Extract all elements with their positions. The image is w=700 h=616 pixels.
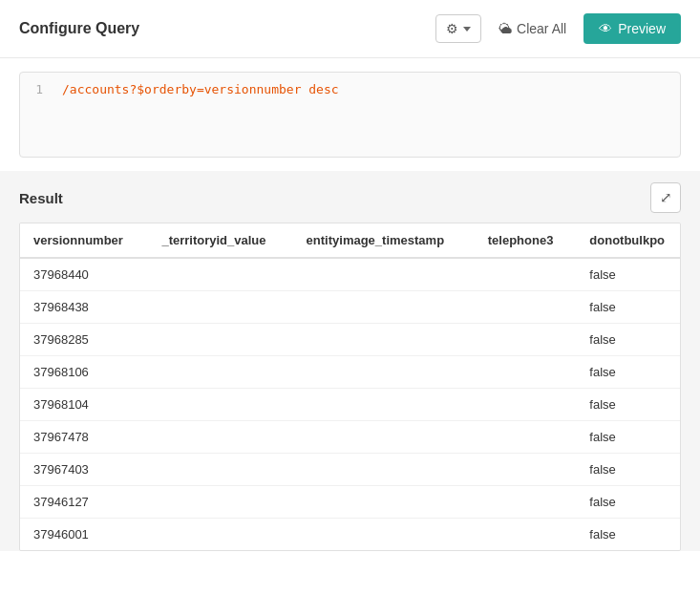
table-cell-telephone3 [475, 291, 577, 324]
table-cell-donotbulkpo: false [576, 291, 681, 324]
table-cell-telephone3 [475, 519, 577, 551]
table-row: 37946127false [20, 486, 681, 519]
expand-button[interactable]: ⤢ [650, 182, 681, 213]
table-cell-versionnumber: 37968106 [20, 356, 148, 389]
table-header: versionnumber _territoryid_value entityi… [20, 223, 681, 258]
table-cell-donotbulkpo: false [576, 486, 681, 519]
table-row: 37946001false [20, 519, 681, 551]
table-cell-donotbulkpo: false [576, 356, 681, 389]
table-cell-telephone3 [475, 421, 577, 454]
table-cell-donotbulkpo: false [576, 258, 681, 291]
table-cell-entityimage_timestamp [293, 356, 475, 389]
table-cell-entityimage_timestamp [293, 519, 475, 551]
table-cell-versionnumber: 37968440 [20, 258, 148, 291]
table-cell-telephone3 [475, 324, 577, 356]
table-cell-entityimage_timestamp [293, 421, 475, 454]
table-cell-donotbulkpo: false [576, 389, 681, 421]
table-cell-_territoryid_value [148, 519, 292, 551]
table-cell-telephone3 [475, 356, 577, 389]
table-cell-entityimage_timestamp [293, 291, 475, 324]
table-cell-_territoryid_value [148, 486, 292, 519]
clear-all-button[interactable]: 🌥 Clear All [491, 15, 574, 42]
table-cell-telephone3 [475, 454, 577, 486]
table-row: 37968285false [20, 324, 681, 356]
table-row: 37967403false [20, 454, 681, 486]
table-cell-entityimage_timestamp [293, 258, 475, 291]
eye-icon: 👁 [599, 21, 612, 36]
table-cell-telephone3 [475, 258, 577, 291]
table-cell-versionnumber: 37968438 [20, 291, 148, 324]
result-table-wrapper: versionnumber _territoryid_value entityi… [19, 223, 681, 551]
table-cell-telephone3 [475, 486, 577, 519]
header: Configure Query ⚙ 🌥 Clear All 👁 Preview [0, 0, 700, 58]
preview-button[interactable]: 👁 Preview [583, 13, 681, 44]
query-text: /accounts?$orderby=versionnumber desc [54, 82, 347, 147]
line-number: 1 [20, 82, 54, 147]
table-cell-entityimage_timestamp [293, 389, 475, 421]
table-cell-donotbulkpo: false [576, 519, 681, 551]
result-section: Result ⤢ versionnumber _territoryid_valu… [0, 171, 700, 551]
col-entityimage-timestamp: entityimage_timestamp [293, 223, 475, 258]
table-cell-donotbulkpo: false [576, 454, 681, 486]
table-cell-telephone3 [475, 389, 577, 421]
table-cell-versionnumber: 37946001 [20, 519, 148, 551]
table-body: 37968440false37968438false37968285false3… [20, 258, 681, 550]
col-territoryid-value: _territoryid_value [148, 223, 292, 258]
table-cell-_territoryid_value [148, 356, 292, 389]
cloud-icon: 🌥 [498, 21, 512, 36]
table-cell-versionnumber: 37968285 [20, 324, 148, 356]
table-cell-entityimage_timestamp [293, 454, 475, 486]
table-cell-versionnumber: 37967403 [20, 454, 148, 486]
chevron-down-icon [463, 27, 471, 32]
table-cell-_territoryid_value [148, 389, 292, 421]
col-telephone3: telephone3 [475, 223, 577, 258]
table-cell-_territoryid_value [148, 291, 292, 324]
result-header: Result ⤢ [19, 182, 681, 213]
table-cell-_territoryid_value [148, 421, 292, 454]
table-cell-entityimage_timestamp [293, 486, 475, 519]
expand-icon: ⤢ [660, 189, 672, 206]
col-versionnumber: versionnumber [20, 223, 148, 258]
table-row: 37968106false [20, 356, 681, 389]
table-row: 37968438false [20, 291, 681, 324]
table-cell-entityimage_timestamp [293, 324, 475, 356]
col-donotbulkpo: donotbulkpo [576, 223, 681, 258]
result-table: versionnumber _territoryid_value entityi… [20, 223, 681, 550]
table-cell-versionnumber: 37946127 [20, 486, 148, 519]
gear-settings-button[interactable]: ⚙ [435, 14, 481, 43]
table-row: 37967478false [20, 421, 681, 454]
table-cell-donotbulkpo: false [576, 421, 681, 454]
query-editor[interactable]: 1 /accounts?$orderby=versionnumber desc [19, 72, 681, 158]
gear-icon: ⚙ [446, 21, 458, 36]
table-header-row: versionnumber _territoryid_value entityi… [20, 223, 681, 258]
header-actions: ⚙ 🌥 Clear All 👁 Preview [435, 13, 681, 44]
table-row: 37968104false [20, 389, 681, 421]
table-cell-_territoryid_value [148, 454, 292, 486]
table-row: 37968440false [20, 258, 681, 291]
query-section: 1 /accounts?$orderby=versionnumber desc [0, 58, 700, 171]
page-title: Configure Query [19, 20, 139, 37]
table-cell-versionnumber: 37967478 [20, 421, 148, 454]
table-cell-_territoryid_value [148, 258, 292, 291]
table-cell-donotbulkpo: false [576, 324, 681, 356]
page-container: Configure Query ⚙ 🌥 Clear All 👁 Preview … [0, 0, 700, 616]
table-cell-_territoryid_value [148, 324, 292, 356]
result-title: Result [19, 190, 63, 206]
table-cell-versionnumber: 37968104 [20, 389, 148, 421]
